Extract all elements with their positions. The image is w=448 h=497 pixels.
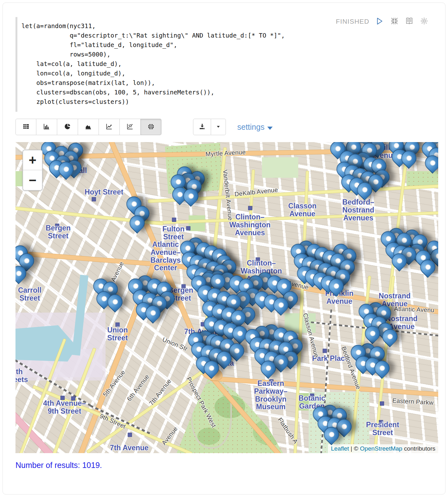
subway-station-square [61,396,65,400]
attribution-suffix: contributors [404,445,435,452]
code-editor[interactable]: let(a=random(nyc311, q="descriptor_t:\"R… [15,17,433,112]
shrink-icon [390,17,399,26]
subway-station-square [310,394,314,398]
collapse-button[interactable] [390,17,399,26]
subway-station-square [186,226,191,231]
download-options-button[interactable] [211,119,226,135]
attribution-separator: | [351,445,352,452]
zoom-out-button[interactable]: − [23,170,42,190]
chart-type-scatter-button[interactable] [120,119,141,135]
results-count: Number of results: 1019. [15,461,433,470]
pie-chart-icon [64,123,71,131]
download-button[interactable] [193,119,211,135]
run-button[interactable] [375,17,384,26]
table-icon [22,123,30,131]
play-icon [375,17,384,27]
gear-icon [420,17,428,26]
chart-type-bar-button[interactable] [36,119,57,135]
settings-label: settings [237,123,264,132]
settings-toggle[interactable]: settings [237,123,273,132]
bar-chart-icon [43,123,50,131]
map-globe-icon [147,123,155,131]
subway-station-square [55,224,59,228]
subway-station-square [182,284,186,289]
subway-station-square [128,433,132,437]
zoom-in-button[interactable]: + [23,150,42,170]
chart-type-table-button[interactable] [15,119,36,135]
chart-type-line-button[interactable] [99,119,120,135]
map-zoom-control: + − [22,150,43,191]
chart-type-group [15,119,161,135]
subway-station-square [71,397,76,401]
paragraph-status-row: FINISHED [336,17,429,26]
paragraph-settings-button[interactable] [419,17,429,26]
subway-station-square [172,218,176,222]
subway-station-square [116,323,120,327]
subway-station-square [256,258,260,262]
zeppelin-paragraph-card: FINISHED let(a=random(nyc311, q="descrip… [3,3,445,494]
subway-station-square [379,420,383,424]
download-group [193,119,226,135]
paragraph-status: FINISHED [336,18,369,25]
leaflet-map[interactable]: Hoyt StreetBergenStreetFultonStreetClint… [15,142,438,453]
subway-station-square [92,197,96,201]
scatter-plot-icon [126,123,134,131]
clinton-hill-green [262,157,298,178]
subway-station-square [323,349,327,353]
editor-toggle-button[interactable] [404,17,414,26]
map-attribution: Leaflet | © OpenStreetMap contributors [328,444,438,453]
chart-type-area-button[interactable] [78,119,99,135]
openstreetmap-link[interactable]: OpenStreetMap [360,445,402,452]
subway-station-square [248,206,252,210]
result-toolbar: settings [15,119,433,135]
leaflet-link[interactable]: Leaflet [331,445,349,452]
download-icon [198,123,206,131]
subway-station-square [269,380,274,384]
book-icon [405,17,414,26]
line-chart-icon [106,123,113,131]
chart-type-pie-button[interactable] [57,119,78,135]
code-text[interactable]: let(a=random(nyc311, q="descriptor_t:\"R… [21,21,433,107]
settings-caret-icon [267,123,273,132]
subway-station-square [380,402,384,406]
copyright-symbol: © [354,445,358,452]
south-oxford-park [189,215,205,231]
area-chart-icon [85,123,92,131]
caret-down-icon [215,123,221,131]
chart-type-map-button[interactable] [141,119,161,135]
